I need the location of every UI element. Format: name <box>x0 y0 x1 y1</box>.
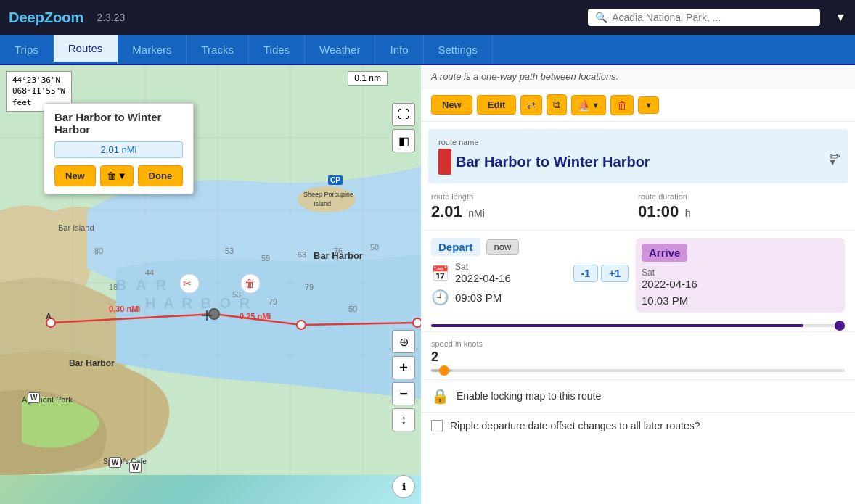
main-content: 53 59 63 76 50 53 79 79 50 44 23 18 80 B… <box>0 65 855 504</box>
arrive-title: Arrive <box>642 244 687 262</box>
speed-section: speed in knots 2 <box>421 331 855 379</box>
popup-buttons: New 🗑 ▼ Done <box>54 165 183 186</box>
arrive-time-row: 10:03 PM <box>642 294 839 307</box>
popup-new-button[interactable]: New <box>54 165 96 186</box>
svg-text:B A R: B A R <box>116 277 169 293</box>
zoom-in-button[interactable]: + <box>392 356 415 379</box>
w-marker-2: W <box>109 457 121 468</box>
depart-date-row: 📅 Sat 2022-04-16 -1 +1 <box>431 262 629 284</box>
depart-plus-button[interactable]: +1 <box>601 265 629 282</box>
expand-button[interactable]: ⛶ <box>392 103 415 126</box>
route-name-section: route name Bar Harbor to Winter Harbor ▼… <box>428 129 848 183</box>
ship-icon: ⛵ <box>578 99 590 111</box>
search-input[interactable] <box>612 12 808 23</box>
popup-title: Bar Harbor to WinterHarbor <box>54 111 183 136</box>
svg-text:Bar Island: Bar Island <box>58 223 94 232</box>
lock-icon: 🔒 <box>431 387 449 405</box>
info-text: A route is a one-way path between locati… <box>431 71 618 82</box>
delete-route-button[interactable]: 🗑 <box>610 95 634 115</box>
layers-button[interactable]: ◧ <box>392 129 415 152</box>
popup-done-button[interactable]: Done <box>138 165 184 186</box>
arrive-date-row: Sat 2022-04-16 <box>642 268 839 290</box>
route-duration-label: route duration <box>638 192 845 201</box>
zoom-out-button[interactable]: − <box>392 382 415 405</box>
depart-date-buttons: -1 +1 <box>573 265 629 282</box>
stats-row: route length 2.01 nMi route duration 01:… <box>421 183 855 231</box>
scale-bar: 0.1 nm <box>348 71 388 86</box>
tab-routes[interactable]: Routes <box>54 35 118 64</box>
swap-button[interactable]: ⇄ <box>520 95 542 115</box>
tab-tides[interactable]: Tides <box>249 35 305 64</box>
svg-text:59: 59 <box>261 254 270 263</box>
lock-text: Enable locking map to this route <box>457 390 601 402</box>
route-name-label: route name <box>438 138 838 146</box>
svg-text:50: 50 <box>370 243 379 252</box>
arrive-date-text: 2022-04-16 <box>642 278 698 290</box>
depart-minus-button[interactable]: -1 <box>573 265 598 282</box>
svg-rect-36 <box>180 274 199 293</box>
map-controls: ⛶ ◧ <box>392 103 415 152</box>
tab-info[interactable]: Info <box>375 35 423 64</box>
popup-delete-button[interactable]: 🗑 ▼ <box>100 165 134 186</box>
svg-text:53: 53 <box>225 247 234 255</box>
speed-value: 2 <box>431 350 845 365</box>
tab-tracks[interactable]: Tracks <box>187 35 248 64</box>
svg-point-29 <box>46 318 55 327</box>
svg-text:63: 63 <box>298 250 306 259</box>
nav-tabs: Trips Routes Markers Tracks Tides Weathe… <box>0 35 855 65</box>
tab-settings[interactable]: Settings <box>424 35 493 64</box>
tab-markers[interactable]: Markers <box>118 35 187 64</box>
svg-line-26 <box>51 314 214 323</box>
svg-point-33 <box>413 318 421 327</box>
svg-text:79: 79 <box>305 283 314 292</box>
new-route-button[interactable]: New <box>431 95 472 115</box>
svg-line-27 <box>214 314 301 325</box>
svg-text:76: 76 <box>334 247 343 255</box>
route-color-swatch[interactable] <box>438 149 451 175</box>
route-name-input-row: Bar Harbor to Winter Harbor ▼ <box>438 149 838 175</box>
depart-date-text: 2022-04-16 <box>455 272 511 284</box>
route-name-edit-button[interactable]: ✏ <box>830 149 840 165</box>
ship-button[interactable]: ⛵ ▼ <box>571 95 606 115</box>
search-dropdown-arrow[interactable]: ▼ <box>835 11 846 24</box>
locate-button[interactable]: ⊕ <box>392 330 415 353</box>
svg-point-31 <box>209 309 219 319</box>
depart-header: Depart now <box>431 238 629 256</box>
depart-date: Sat 2022-04-16 <box>455 262 511 284</box>
svg-rect-38 <box>241 274 260 293</box>
route-length-label: route length <box>431 192 638 201</box>
rotate-button[interactable]: ↕ <box>392 408 415 431</box>
edit-route-button[interactable]: Edit <box>477 95 517 115</box>
delete-dropdown-button[interactable]: ▼ <box>638 96 659 114</box>
map-area: 53 59 63 76 50 53 79 79 50 44 23 18 80 B… <box>0 65 421 504</box>
tab-weather[interactable]: Weather <box>305 35 375 64</box>
svg-line-28 <box>301 323 417 325</box>
svg-text:Bar Harbor: Bar Harbor <box>69 358 115 368</box>
now-badge[interactable]: now <box>486 239 520 255</box>
svg-text:🗑: 🗑 <box>245 278 255 289</box>
speed-label: speed in knots <box>431 339 845 348</box>
svg-text:79: 79 <box>269 297 277 306</box>
info-button[interactable]: ℹ <box>392 475 415 498</box>
w-marker-1: W <box>28 392 40 403</box>
svg-text:0.30 nMi: 0.30 nMi <box>109 305 140 313</box>
speed-slider-thumb[interactable] <box>439 365 449 376</box>
search-bar[interactable]: 🔍 <box>588 9 820 26</box>
depart-title: Depart <box>431 238 480 256</box>
depart-time[interactable]: 09:03 PM <box>455 292 502 304</box>
timeline-slider-track <box>431 324 845 327</box>
lock-row: 🔒 Enable locking map to this route <box>421 379 855 412</box>
ripple-row: Ripple departure date offset changes to … <box>421 412 855 439</box>
timeline-slider-row <box>421 320 855 331</box>
dropdown-icon: ▼ <box>118 170 127 181</box>
copy-button[interactable]: ⧉ <box>547 94 567 115</box>
scale-value: 0.1 nm <box>354 73 381 83</box>
svg-text:Island: Island <box>314 200 331 207</box>
route-duration-stat: route duration 01:00 h <box>638 192 845 221</box>
svg-text:50: 50 <box>348 305 357 313</box>
tab-trips[interactable]: Trips <box>0 35 54 64</box>
route-duration-value: 01:00 h <box>638 202 845 221</box>
ripple-checkbox[interactable] <box>431 420 443 431</box>
timeline-slider-thumb[interactable] <box>835 321 845 331</box>
ship-dropdown[interactable]: ▼ <box>592 101 600 110</box>
